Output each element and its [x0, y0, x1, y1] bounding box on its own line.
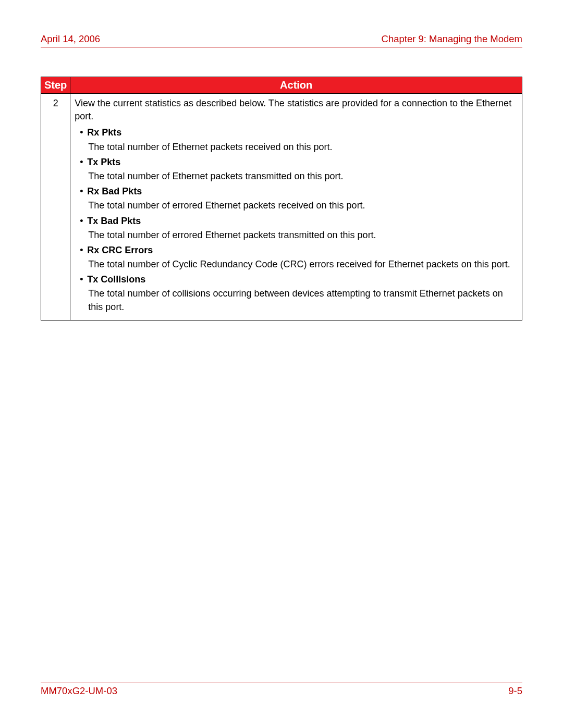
- footer-doc-id: MM70xG2-UM-03: [41, 685, 117, 697]
- header-date: April 14, 2006: [41, 33, 100, 45]
- stat-item: Tx Collisions The total number of collis…: [75, 273, 518, 314]
- stat-desc: The total number of Cyclic Redundancy Co…: [88, 258, 518, 271]
- stat-desc: The total number of Ethernet packets tra…: [88, 170, 518, 183]
- stat-label: Tx Collisions: [75, 273, 518, 286]
- column-header-action: Action: [70, 77, 522, 94]
- stat-item: Rx CRC Errors The total number of Cyclic…: [75, 244, 518, 271]
- stat-desc: The total number of errored Ethernet pac…: [88, 229, 518, 242]
- page-header: April 14, 2006 Chapter 9: Managing the M…: [41, 33, 522, 47]
- action-intro: View the current statistics as described…: [75, 97, 518, 123]
- stat-desc: The total number of errored Ethernet pac…: [88, 199, 518, 212]
- step-number-cell: 2: [41, 94, 70, 320]
- stat-desc: The total number of Ethernet packets rec…: [88, 141, 518, 154]
- stat-label: Rx Bad Pkts: [75, 185, 518, 198]
- action-cell: View the current statistics as described…: [70, 94, 522, 320]
- table-header-row: Step Action: [41, 77, 522, 94]
- stat-item: Rx Bad Pkts The total number of errored …: [75, 185, 518, 212]
- stat-item: Rx Pkts The total number of Ethernet pac…: [75, 126, 518, 153]
- stat-desc: The total number of collisions occurring…: [88, 287, 518, 313]
- column-header-step: Step: [41, 77, 70, 94]
- stat-label: Rx CRC Errors: [75, 244, 518, 257]
- stat-label: Tx Bad Pkts: [75, 215, 518, 228]
- statistics-table: Step Action 2 View the current statistic…: [41, 77, 522, 320]
- footer-page-number: 9-5: [508, 685, 522, 697]
- stat-item: Tx Pkts The total number of Ethernet pac…: [75, 156, 518, 183]
- page-footer: MM70xG2-UM-03 9-5: [41, 683, 522, 697]
- stat-label: Rx Pkts: [75, 126, 518, 139]
- page-container: April 14, 2006 Chapter 9: Managing the M…: [0, 0, 563, 728]
- header-chapter: Chapter 9: Managing the Modem: [382, 33, 522, 45]
- stat-item: Tx Bad Pkts The total number of errored …: [75, 215, 518, 242]
- table-row: 2 View the current statistics as describ…: [41, 94, 522, 320]
- stat-label: Tx Pkts: [75, 156, 518, 169]
